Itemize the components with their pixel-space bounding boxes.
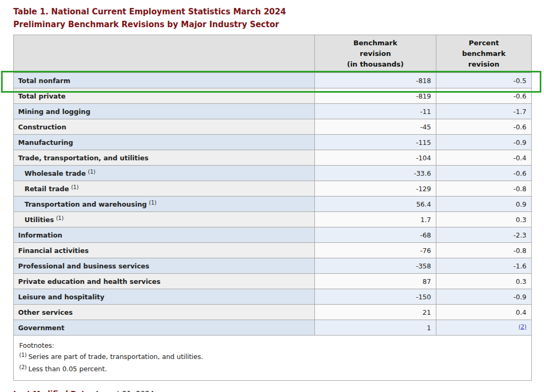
industry-name-cell: Trade, transportation, and utilities <box>14 150 315 166</box>
industry-name: Private education and health services <box>18 277 160 285</box>
industry-name-cell: Private education and health services <box>14 274 315 289</box>
industry-name-cell: Total private <box>14 88 315 104</box>
table-row: Wholesale trade(1) -33.6 -0.6 <box>14 166 532 181</box>
benchmark-revision-column-header: Benchmark revision (in thousands) <box>315 35 436 73</box>
table-row: Total private -819 -0.6 <box>14 88 532 104</box>
percent-revision-value: 0.9 <box>436 197 532 212</box>
industry-name-cell: Wholesale trade(1) <box>14 166 315 181</box>
table-row: Manufacturing -115 -0.9 <box>14 135 532 150</box>
benchmark-revision-value: -818 <box>315 73 436 88</box>
footnote-2-text: Less than 0.05 percent. <box>28 365 107 373</box>
table-row: Information -68 -2.3 <box>14 227 532 243</box>
page: Table 1. National Current Employment Sta… <box>0 0 544 392</box>
header-row: Benchmark revision (in thousands) Percen… <box>14 35 532 73</box>
footnotes-label: Footnotes: <box>19 340 526 351</box>
industry-name: Transportation and warehousing <box>25 200 147 208</box>
benchmark-revision-value: -76 <box>315 243 436 258</box>
industry-name: Construction <box>18 123 66 131</box>
footnote-2-link[interactable]: (2) <box>518 323 526 330</box>
benchmark-revision-value: 87 <box>315 274 436 289</box>
industry-name: Total nonfarm <box>18 77 70 85</box>
last-modified-label: Last Modified Date: <box>13 389 93 392</box>
percent-revision-value: 0.3 <box>436 212 532 227</box>
industry-name: Leisure and hospitality <box>18 293 104 301</box>
table-row: Utilities(1) 1.7 0.3 <box>14 212 532 227</box>
last-modified: Last Modified Date:August 21, 2024 <box>13 389 531 392</box>
percent-revision-value: 0.3 <box>436 274 532 289</box>
benchmark-revision-value: 56.4 <box>315 197 436 212</box>
table-row: Retail trade(1) -129 -0.8 <box>14 181 532 197</box>
percent-revision-column-header: Percent benchmark revision <box>436 35 532 73</box>
industry-name: Mining and logging <box>18 108 91 116</box>
industry-name: Trade, transportation, and utilities <box>18 154 149 162</box>
table-container: Benchmark revision (in thousands) Percen… <box>13 35 531 381</box>
industry-name: Financial activities <box>18 247 89 255</box>
industry-name-cell: Financial activities <box>14 243 315 258</box>
percent-revision-value: -0.9 <box>436 135 532 150</box>
benchmark-revision-value: -33.6 <box>315 166 436 181</box>
benchmark-revision-value: -150 <box>315 289 436 305</box>
percent-revision-value: -0.6 <box>436 88 532 104</box>
percent-revision-value: -2.3 <box>436 227 532 243</box>
industry-name-cell: Professional and business services <box>14 258 315 274</box>
industry-name-cell: Retail trade(1) <box>14 181 315 197</box>
benchmark-revisions-table: Benchmark revision (in thousands) Percen… <box>13 35 532 381</box>
footnote-marker: (1) <box>56 215 63 221</box>
table-row: Other services 21 0.4 <box>14 305 532 320</box>
industry-name-cell: Government <box>14 320 315 336</box>
footnote-marker: (1) <box>71 184 78 190</box>
industry-name-cell: Mining and logging <box>14 104 315 119</box>
page-title: Table 1. National Current Employment Sta… <box>13 5 531 31</box>
industry-name: Other services <box>18 308 72 316</box>
industry-name-cell: Construction <box>14 119 315 135</box>
table-row: Government 1 (2) <box>14 320 532 336</box>
table-row: Professional and business services -358 … <box>14 258 532 274</box>
industry-name: Government <box>18 324 64 332</box>
industry-name: Total private <box>18 92 66 100</box>
footnote-marker: (1) <box>149 200 157 206</box>
benchmark-revision-value: -68 <box>315 227 436 243</box>
footnote-1-marker: (1) <box>19 352 27 358</box>
table-row: Total nonfarm -818 -0.5 <box>14 73 532 88</box>
industry-name: Manufacturing <box>18 138 73 146</box>
footnote-1-text: Series are part of trade, transportation… <box>28 353 203 361</box>
industry-name-cell: Utilities(1) <box>14 212 315 227</box>
table-row: Trade, transportation, and utilities -10… <box>14 150 532 166</box>
percent-revision-value: (2) <box>436 320 532 336</box>
percent-revision-value: -0.8 <box>436 243 532 258</box>
table-row: Mining and logging -11 -1.7 <box>14 104 532 119</box>
industry-name: Professional and business services <box>18 262 149 270</box>
table-row: Leisure and hospitality -150 -0.9 <box>14 289 532 305</box>
footnotes-row: Footnotes: (1)Series are part of trade, … <box>14 336 532 381</box>
benchmark-revision-value: -358 <box>315 258 436 274</box>
footnote-marker: (1) <box>88 169 95 175</box>
benchmark-revision-value: -11 <box>315 104 436 119</box>
table-body: Total nonfarm -818 -0.5 Total private -8… <box>14 73 532 336</box>
table-row: Financial activities -76 -0.8 <box>14 243 532 258</box>
benchmark-revision-value: -45 <box>315 119 436 135</box>
footnote-2-marker: (2) <box>19 364 27 370</box>
benchmark-revision-value: 1.7 <box>315 212 436 227</box>
benchmark-revision-value: -129 <box>315 181 436 197</box>
percent-revision-value: -1.6 <box>436 258 532 274</box>
industry-name-cell: Leisure and hospitality <box>14 289 315 305</box>
industry-name-cell: Transportation and warehousing(1) <box>14 197 315 212</box>
table-row: Construction -45 -0.6 <box>14 119 532 135</box>
industry-name: Retail trade <box>25 185 69 193</box>
page-title-line-2: Preliminary Benchmark Revisions by Major… <box>13 18 531 31</box>
footnote-2: (2)Less than 0.05 percent. <box>19 363 526 375</box>
industry-name: Wholesale trade <box>25 169 86 177</box>
benchmark-revision-value: 1 <box>315 320 436 336</box>
percent-revision-value: -0.5 <box>436 73 532 88</box>
benchmark-revision-value: 21 <box>315 305 436 320</box>
benchmark-revision-value: -819 <box>315 88 436 104</box>
benchmark-revision-value: -104 <box>315 150 436 166</box>
table-row: Private education and health services 87… <box>14 274 532 289</box>
last-modified-value: August 21, 2024 <box>95 389 155 392</box>
industry-name-cell: Total nonfarm <box>14 73 315 88</box>
footnotes-section: Footnotes: (1)Series are part of trade, … <box>14 336 532 381</box>
industry-name: Utilities <box>25 216 54 224</box>
page-title-line-1: Table 1. National Current Employment Sta… <box>13 5 531 18</box>
industry-name-cell: Information <box>14 227 315 243</box>
percent-revision-value: -0.9 <box>436 289 532 305</box>
